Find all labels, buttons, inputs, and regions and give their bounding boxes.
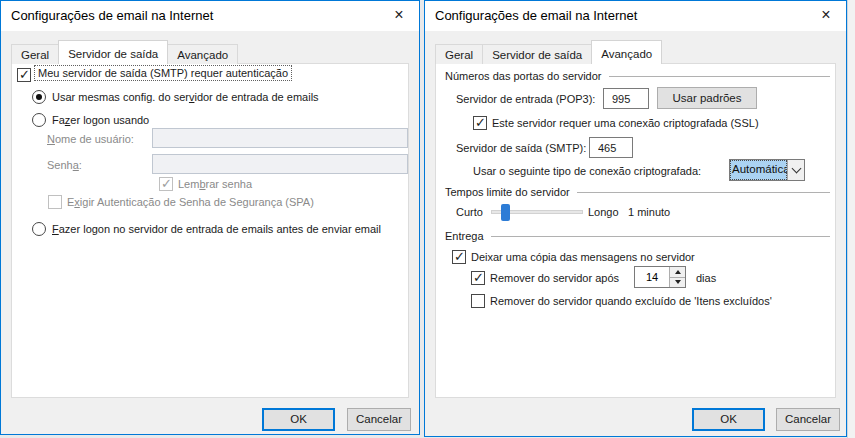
tab-servidor-de-saida[interactable]: Servidor de saída <box>482 44 592 64</box>
tab-avancado[interactable]: Avançado <box>167 44 238 64</box>
section-divider <box>577 192 830 193</box>
use-same-settings-radio[interactable] <box>32 90 46 104</box>
close-icon[interactable]: × <box>383 3 415 28</box>
encryption-selected-value: Automática <box>730 160 787 180</box>
spin-up-button[interactable] <box>670 267 685 278</box>
ssl-label[interactable]: Este servidor requer uma conexão criptog… <box>492 117 759 129</box>
label-segment: rar senha <box>206 178 252 190</box>
arrow-up-icon <box>675 270 681 274</box>
ports-section-header: Números das portas do servidor <box>445 70 830 82</box>
label-segment: azer logon no servidor de entrada de ema… <box>59 223 381 235</box>
remove-deleted-checkbox[interactable] <box>471 294 485 308</box>
spa-checkbox <box>48 195 62 209</box>
logon-before-send-label[interactable]: Fazer logon no servidor de entrada de em… <box>52 223 381 235</box>
delivery-section-label: Entrega <box>445 230 484 242</box>
ssl-checkbox[interactable] <box>473 116 487 130</box>
timeout-short-label: Curto <box>456 206 483 218</box>
remember-password-checkbox <box>159 177 173 191</box>
close-icon[interactable]: × <box>810 3 842 28</box>
dialog-title: Configurações de email na Internet <box>435 8 637 23</box>
timeout-slider-thumb[interactable] <box>501 204 510 221</box>
cancel-button[interactable]: Cancelar <box>347 408 411 431</box>
arrow-down-icon <box>675 280 681 284</box>
leave-copy-label[interactable]: Deixar uma cópia das mensagens no servid… <box>471 251 695 263</box>
smtp-auth-checkbox[interactable] <box>17 68 31 82</box>
remember-password-label: Lembrar senha <box>178 178 252 190</box>
advanced-dialog: Configurações de email na Internet × Ger… <box>424 0 847 437</box>
label-accesskey: N <box>47 133 55 145</box>
timeout-value: 1 minuto <box>628 206 670 218</box>
ok-button[interactable]: OK <box>262 408 335 431</box>
remove-after-days-stepper[interactable] <box>634 266 686 288</box>
section-divider <box>609 76 830 77</box>
remove-after-unit-label: dias <box>696 272 716 284</box>
label-segment: : <box>79 159 82 171</box>
tab-geral[interactable]: Geral <box>435 44 483 64</box>
pop3-port-field[interactable] <box>603 88 649 109</box>
label-segment: Senh <box>47 159 73 171</box>
titlebar[interactable]: Configurações de email na Internet × <box>1 1 419 31</box>
smtp-auth-label[interactable]: Meu servidor de saída (SMTP) requer aute… <box>34 65 292 81</box>
tab-servidor-de-saida[interactable]: Servidor de saída <box>58 40 168 64</box>
use-defaults-button[interactable]: Usar padrões <box>657 87 757 109</box>
remove-after-label[interactable]: Remover do servidor após <box>490 272 619 284</box>
tab-strip: Geral Servidor de saída Avançado <box>435 40 661 64</box>
titlebar[interactable]: Configurações de email na Internet × <box>425 1 846 31</box>
timeouts-section-label: Tempos limite do servidor <box>445 186 570 198</box>
password-label: Senha: <box>47 159 82 171</box>
chevron-down-icon[interactable] <box>787 160 804 180</box>
label-accesskey: F <box>52 223 59 235</box>
smtp-port-field[interactable] <box>589 137 633 158</box>
remove-deleted-label[interactable]: Remover do servidor quando excluído de '… <box>490 295 772 307</box>
username-label: Nome de usuário: <box>47 133 134 145</box>
pop3-label: Servidor de entrada (POP3): <box>456 93 595 105</box>
timeout-long-label: Longo <box>588 206 619 218</box>
spa-label: Exigir Autenticação de Senha de Seguranç… <box>67 196 314 208</box>
label-segment: Fa <box>52 114 65 126</box>
tab-geral[interactable]: Geral <box>11 44 59 64</box>
ports-section-label: Números das portas do servidor <box>445 70 602 82</box>
ok-button[interactable]: OK <box>692 408 765 431</box>
leave-copy-checkbox[interactable] <box>452 250 466 264</box>
label-segment: Lem <box>178 178 199 190</box>
tab-avancado[interactable]: Avançado <box>591 40 662 64</box>
background-window-sliver <box>847 0 855 438</box>
smtp-port-label: Servidor de saída (SMTP): <box>456 142 586 154</box>
encryption-type-label: Usar o seguinte tipo de conexão criptogr… <box>473 165 701 177</box>
label-segment: er logon usando <box>70 114 149 126</box>
spin-down-button[interactable] <box>670 278 685 288</box>
logon-before-send-radio[interactable] <box>32 222 46 236</box>
use-same-settings-label[interactable]: Usar mesmas config. do servidor de entra… <box>52 91 319 103</box>
tab-strip: Geral Servidor de saída Avançado <box>11 40 237 64</box>
logon-using-radio[interactable] <box>32 113 46 127</box>
remove-after-days-field[interactable] <box>635 267 669 287</box>
label-segment: idor de entrada de emails <box>194 91 318 103</box>
remove-after-checkbox[interactable] <box>471 271 485 285</box>
outgoing-server-dialog: Configurações de email na Internet × Ger… <box>0 0 420 435</box>
label-segment: ome de usuário: <box>55 133 134 145</box>
label-segment: Usar mesmas config. do ser <box>52 91 189 103</box>
cancel-button[interactable]: Cancelar <box>776 408 840 431</box>
logon-using-label[interactable]: Fazer logon usando <box>52 114 149 126</box>
label-segment: igir Autenticação de Senha de Segurança … <box>80 196 314 208</box>
delivery-section-header: Entrega <box>445 230 830 242</box>
timeouts-section-header: Tempos limite do servidor <box>445 186 830 198</box>
password-field <box>152 154 408 174</box>
encryption-select[interactable]: Automática <box>729 159 805 181</box>
dialog-title: Configurações de email na Internet <box>11 8 213 23</box>
username-field <box>152 128 408 148</box>
desktop: Configurações de email na Internet × Ger… <box>0 0 855 438</box>
section-divider <box>491 236 830 237</box>
